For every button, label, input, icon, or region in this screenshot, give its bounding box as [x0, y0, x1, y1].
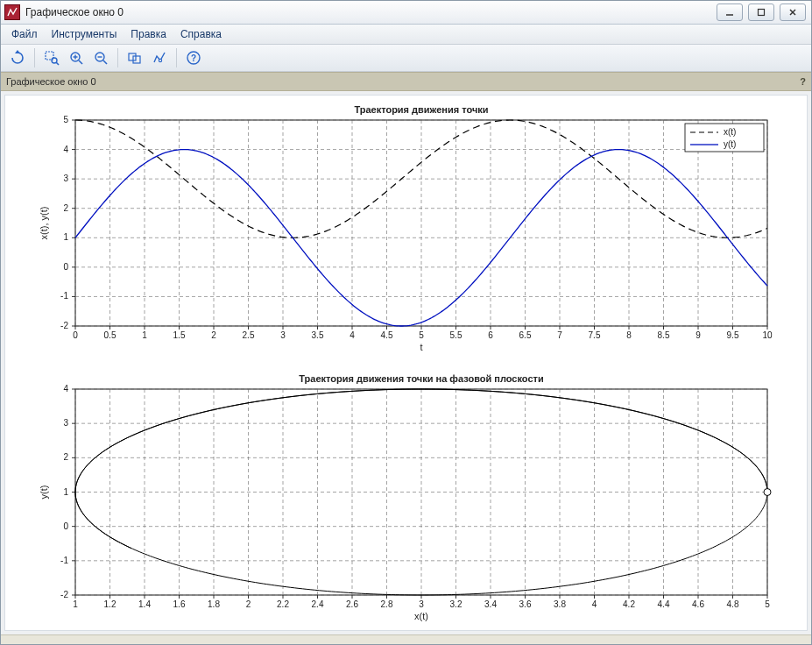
svg-text:7.5: 7.5 [589, 330, 601, 340]
svg-text:3: 3 [63, 174, 68, 183]
zoom-in-icon[interactable] [65, 46, 88, 69]
svg-text:4.8: 4.8 [727, 599, 739, 609]
svg-text:0: 0 [63, 521, 68, 531]
svg-text:4: 4 [63, 145, 68, 154]
svg-text:-2: -2 [60, 321, 68, 330]
svg-text:1.6: 1.6 [173, 599, 186, 609]
start-marker [764, 489, 771, 496]
svg-text:9: 9 [695, 330, 701, 340]
svg-line-13 [103, 60, 107, 64]
toolbar: ? [1, 45, 811, 72]
legend: x(t)y(t) [685, 124, 764, 152]
svg-text:5: 5 [63, 115, 68, 124]
svg-text:2: 2 [63, 203, 68, 213]
svg-text:x(t): x(t) [414, 611, 428, 621]
svg-text:6.5: 6.5 [519, 330, 532, 340]
svg-text:2.8: 2.8 [381, 599, 393, 609]
svg-text:-1: -1 [60, 556, 68, 565]
svg-text:x(t): x(t) [724, 127, 736, 137]
svg-text:5.5: 5.5 [450, 330, 462, 340]
rotate-icon[interactable] [6, 46, 29, 69]
svg-rect-15 [129, 53, 136, 60]
svg-text:4: 4 [592, 599, 597, 609]
svg-text:-1: -1 [60, 291, 68, 301]
menu-edit[interactable]: Правка [125, 26, 172, 42]
menu-help[interactable]: Справка [175, 26, 227, 42]
subplot-1: 00.511.522.533.544.555.566.577.588.599.5… [39, 104, 773, 352]
svg-text:2: 2 [63, 452, 68, 462]
help-icon[interactable]: ? [182, 46, 205, 69]
maximize-button[interactable] [748, 4, 774, 21]
svg-text:4.6: 4.6 [692, 599, 704, 609]
menu-file[interactable]: Файл [6, 26, 43, 42]
zoom-out-icon[interactable] [89, 46, 112, 69]
svg-text:6: 6 [488, 330, 493, 340]
svg-text:2.5: 2.5 [243, 330, 255, 340]
zoom-area-icon[interactable] [40, 46, 63, 69]
svg-text:1.2: 1.2 [104, 599, 117, 609]
figure-title-label: Графическое окно 0 [6, 76, 96, 87]
svg-text:y(t): y(t) [724, 139, 736, 149]
svg-text:?: ? [191, 53, 196, 63]
svg-rect-1 [759, 10, 765, 16]
window-title: Графическое окно 0 [25, 6, 717, 18]
menu-tools[interactable]: Инструменты [46, 26, 123, 42]
svg-text:Траектория движения точки на ф: Траектория движения точки на фазовой пло… [299, 373, 543, 384]
toolbar-separator [117, 48, 118, 67]
close-button[interactable] [780, 4, 806, 21]
svg-text:8.5: 8.5 [658, 330, 670, 340]
svg-text:0: 0 [63, 262, 68, 272]
svg-marker-4 [15, 50, 20, 53]
svg-text:10: 10 [762, 330, 773, 340]
svg-text:1: 1 [63, 232, 68, 242]
svg-text:7: 7 [557, 330, 562, 340]
svg-rect-16 [133, 56, 140, 63]
svg-text:1: 1 [63, 487, 68, 497]
plot-canvas: 00.511.522.533.544.555.566.577.588.599.5… [4, 95, 808, 631]
svg-text:2.4: 2.4 [312, 599, 324, 609]
svg-line-9 [79, 60, 82, 64]
svg-text:5: 5 [419, 330, 424, 340]
minimize-button[interactable] [717, 4, 743, 21]
svg-text:3.2: 3.2 [450, 599, 462, 609]
svg-text:4: 4 [63, 384, 68, 393]
svg-text:3: 3 [63, 418, 68, 428]
svg-text:2.6: 2.6 [346, 599, 358, 609]
svg-text:3: 3 [280, 330, 286, 340]
svg-text:1: 1 [142, 330, 147, 340]
svg-text:Траектория движения точки: Траектория движения точки [354, 104, 488, 115]
svg-text:4.2: 4.2 [623, 599, 635, 609]
svg-text:3.5: 3.5 [312, 330, 324, 340]
figure-help-icon[interactable]: ? [800, 76, 806, 87]
svg-text:3.8: 3.8 [554, 599, 566, 609]
svg-text:3.6: 3.6 [519, 599, 532, 609]
svg-text:1.4: 1.4 [138, 599, 151, 609]
toolbar-separator [34, 48, 35, 67]
svg-text:2: 2 [246, 599, 251, 609]
pan-icon[interactable] [124, 46, 146, 69]
svg-text:y(t): y(t) [39, 486, 49, 500]
svg-text:1: 1 [73, 599, 78, 609]
svg-text:3: 3 [419, 599, 424, 609]
svg-text:t: t [420, 342, 422, 352]
svg-text:9.5: 9.5 [727, 330, 739, 340]
svg-text:0.5: 0.5 [104, 330, 117, 340]
window-controls [717, 4, 806, 21]
plot-svg: 00.511.522.533.544.555.566.577.588.599.5… [5, 96, 798, 631]
svg-text:-2: -2 [60, 590, 68, 599]
svg-text:1.5: 1.5 [173, 330, 186, 340]
bottom-strip [1, 634, 811, 644]
titlebar: Графическое окно 0 [1, 1, 811, 25]
menubar: Файл Инструменты Правка Справка [1, 25, 811, 45]
svg-text:4.5: 4.5 [381, 330, 393, 340]
svg-text:x(t), y(t): x(t), y(t) [39, 207, 49, 240]
datatip-icon[interactable] [148, 46, 171, 69]
svg-text:8: 8 [626, 330, 632, 340]
svg-text:1.8: 1.8 [208, 599, 220, 609]
svg-text:2.2: 2.2 [277, 599, 289, 609]
svg-point-17 [159, 59, 161, 61]
figure-title-strip: Графическое окно 0 ? [1, 72, 811, 91]
svg-text:3.4: 3.4 [484, 599, 497, 609]
svg-text:4.4: 4.4 [658, 599, 670, 609]
svg-text:5: 5 [765, 599, 770, 609]
